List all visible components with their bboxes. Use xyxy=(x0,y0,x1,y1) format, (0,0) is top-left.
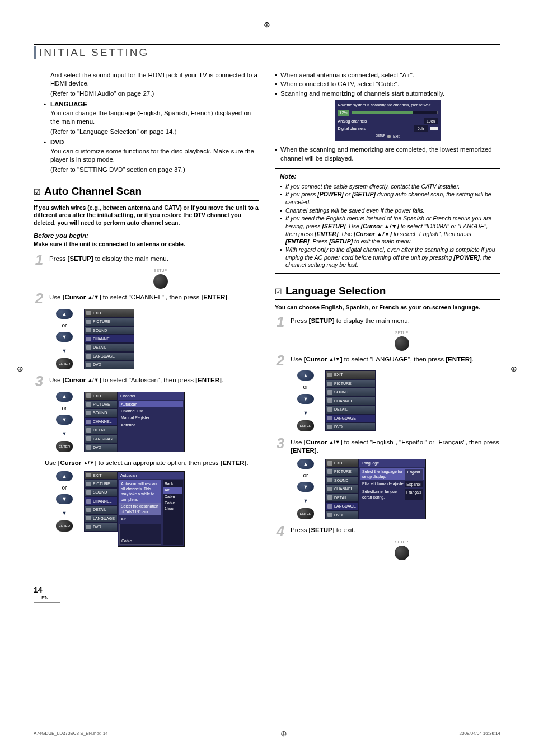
down-arrow-icon: ▼ xyxy=(297,496,314,506)
language-heading: LANGUAGE xyxy=(50,100,259,109)
cursor-enter-graphic: ▲ or ▼ ▼ ENTER xyxy=(56,309,73,370)
note-item: If you connect the cable system directly… xyxy=(285,183,495,191)
imprint-date: 2008/04/04 16:36:14 xyxy=(460,731,500,737)
setup-button-icon xyxy=(153,274,168,289)
detail-icon xyxy=(86,508,91,512)
cursor-up-icon: ▲ xyxy=(56,471,73,481)
osd-opt-air: Air xyxy=(163,487,182,493)
osd-autoscan-air-label: Air xyxy=(119,515,161,523)
enter-button-icon: ENTER xyxy=(56,520,73,532)
lang-row-es: Elija el idioma de ajuste. xyxy=(362,481,405,487)
right-column: When aerial antenna is connected, select… xyxy=(275,71,500,563)
setup-button-graphic: SETUP xyxy=(62,268,259,289)
scan-progress-panel: Now the system is scanning for channels,… xyxy=(335,100,441,141)
osd-pane-header: Autoscan xyxy=(118,472,184,479)
setup-label: SETUP xyxy=(395,539,408,544)
section-check-icon: ☑ xyxy=(34,187,41,198)
detail-icon xyxy=(86,345,91,350)
cursor-enter-graphic: ▲ or ▼ ▼ ENTER xyxy=(297,459,314,520)
down-arrow-icon: ▼ xyxy=(56,508,73,518)
osd-autoscan-msg2: Select the destination of "ANT.IN" jack. xyxy=(119,503,161,515)
sound-icon xyxy=(86,490,91,495)
picture-icon xyxy=(327,469,332,474)
lang-row-en: Select the language for setup display. xyxy=(362,469,405,480)
scan-button-dot-icon xyxy=(387,135,391,138)
osd-row-channel-list: Channel List xyxy=(119,407,183,414)
or-label: or xyxy=(62,405,67,412)
channel-icon xyxy=(327,487,332,491)
auto-channel-scan-heading: ☑ Auto Channel Scan xyxy=(34,184,259,201)
down-arrow-icon: ▼ xyxy=(297,408,314,418)
language-icon xyxy=(86,436,91,441)
cursor-up-icon: ▲ xyxy=(297,459,314,469)
cable-bullet: When connected to CATV, select "Cable". xyxy=(280,80,500,89)
osd-channel-menu: EXIT PICTURE SOUND CHANNEL DETAIL LANGUA… xyxy=(84,392,185,452)
step-number: 4 xyxy=(275,525,286,538)
language-icon xyxy=(86,516,91,520)
hdmi-note: And select the sound input for the HDMI … xyxy=(50,71,259,88)
step-number: 3 xyxy=(34,375,45,388)
step-number: 2 xyxy=(275,354,286,367)
cursor-up-icon: ▲ xyxy=(297,370,314,381)
digital-label: Digital channels xyxy=(338,126,366,131)
language-icon xyxy=(86,354,91,359)
note-item: Channel settings will be saved even if t… xyxy=(285,207,495,215)
step-number: 2 xyxy=(34,292,45,305)
page-title-band: INITIAL SETTING xyxy=(34,44,500,60)
step-number: 1 xyxy=(34,253,45,266)
ls-step-4: 4 Press [SETUP] to exit. xyxy=(275,525,500,538)
antenna-diagram-icon: Cable xyxy=(119,524,161,545)
enter-button-icon: ENTER xyxy=(56,441,73,452)
exit-icon xyxy=(327,373,332,377)
cursor-enter-graphic: ▲ or ▼ ▼ ENTER xyxy=(56,392,73,453)
osd-main-menu-language: EXIT PICTURE SOUND CHANNEL DETAIL LANGUA… xyxy=(325,370,376,431)
sound-icon xyxy=(327,478,332,482)
acs-step-2: 2 Use [Cursor ▲/▼] to select "CHANNEL" ,… xyxy=(34,292,259,305)
lang-opt-fr: Français xyxy=(405,489,423,500)
digital-count: 5ch xyxy=(414,125,428,132)
crop-mark-bottom-icon: ⊕ xyxy=(280,729,287,739)
step-number: 3 xyxy=(275,437,286,450)
cursor-down-icon: ▼ xyxy=(56,332,73,342)
scan-complete-bullet: When the scanning and memorizing are com… xyxy=(280,145,500,163)
analog-label: Analog channels xyxy=(338,119,367,124)
crop-mark-top-icon: ⊕ xyxy=(34,20,500,30)
enter-button-icon: ENTER xyxy=(297,508,314,519)
dvd-icon xyxy=(86,363,91,367)
dvd-desc: You can customize some functions for the… xyxy=(50,147,259,165)
scan-exit-label: Exit xyxy=(393,134,400,138)
picture-icon xyxy=(86,402,91,407)
before-you-begin: Before you begin: xyxy=(34,232,259,241)
exit-icon xyxy=(86,473,91,477)
scan-progress-bar xyxy=(352,111,438,114)
acs-intro: If you switch wires (e.g., between anten… xyxy=(34,204,259,227)
cursor-down-icon: ▼ xyxy=(56,494,73,504)
acs-step-option: Use [Cursor ▲/▼] to select an appropriat… xyxy=(45,458,259,468)
cursor-up-icon: ▲ xyxy=(56,392,73,402)
language-icon xyxy=(327,504,332,509)
osd-row-antenna: Antenna xyxy=(119,421,183,428)
dvd-icon xyxy=(86,525,91,529)
exit-icon xyxy=(86,311,91,315)
analog-count: 10ch xyxy=(424,118,438,124)
or-label: or xyxy=(303,383,308,391)
ls-step-1: 1 Press [SETUP] to display the main menu… xyxy=(275,316,500,328)
dvd-heading: DVD xyxy=(50,138,259,147)
setup-label: SETUP xyxy=(154,268,167,273)
language-selection-heading: ☑ Language Selection xyxy=(275,284,500,300)
cursor-down-icon: ▼ xyxy=(56,415,73,425)
page-number: 14 EN xyxy=(34,585,500,603)
hdmi-ref: (Refer to "HDMI Audio" on page 27.) xyxy=(50,90,259,98)
scan-message: Now the system is scanning for channels,… xyxy=(338,102,438,107)
lang-opt-es: Español xyxy=(405,481,423,487)
cursor-down-icon: ▼ xyxy=(297,482,314,492)
auto-channel-scan-title: Auto Channel Scan xyxy=(44,184,142,199)
or-label: or xyxy=(303,472,308,480)
crop-mark-right-icon: ⊕ xyxy=(510,364,517,374)
page-number-value: 14 xyxy=(34,585,43,594)
note-item: If you need the English menus instead of… xyxy=(285,215,495,246)
osd-opt-cable1hour: Cable 1hour xyxy=(163,500,182,511)
channel-icon xyxy=(86,499,91,504)
setup-button-icon xyxy=(395,546,409,560)
channel-icon xyxy=(86,420,91,424)
